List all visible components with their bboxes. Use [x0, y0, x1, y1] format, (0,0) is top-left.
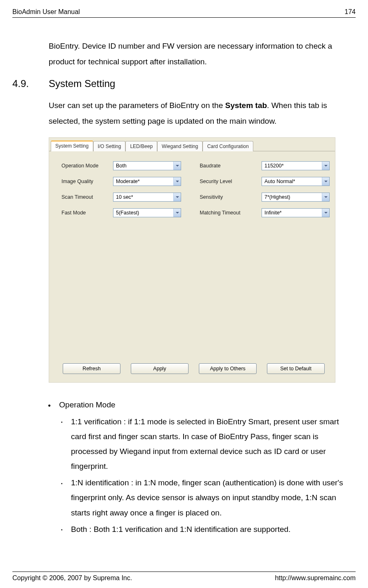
tab-body: Operation Mode Both Baudrate 115200* Ima…	[49, 151, 335, 382]
chevron-down-icon	[176, 196, 179, 198]
combo-sensitivity[interactable]: 7*(Highest)	[262, 193, 330, 202]
combo-value: 115200*	[264, 163, 284, 169]
label-matching-timeout: Matching Timeout	[200, 210, 262, 216]
bullet-1toN: 1:N identification : in 1:N mode, finger…	[71, 475, 356, 520]
form-grid: Operation Mode Both Baudrate 115200* Ima…	[61, 161, 326, 217]
label-fast-mode: Fast Mode	[61, 210, 113, 216]
combo-value: 10 sec*	[116, 194, 133, 200]
combo-value: 7*(Highest)	[264, 194, 290, 200]
bullet-both: Both : Both 1:1 verification and 1:N ide…	[71, 522, 356, 537]
chevron-down-icon	[324, 196, 328, 198]
bullet-1to1: 1:1 verification : if 1:1 mode is select…	[71, 414, 356, 474]
section-para-bold: System tab	[225, 101, 267, 110]
label-scan-timeout: Scan Timeout	[61, 194, 113, 200]
label-security-level: Security Level	[200, 179, 262, 184]
tab-card-configuration[interactable]: Card Configuration	[203, 141, 253, 151]
combo-security-level[interactable]: Auto Normal*	[262, 177, 330, 186]
tab-led-beep[interactable]: LED/Beep	[125, 141, 157, 151]
apply-to-others-button[interactable]: Apply to Others	[199, 363, 257, 374]
chevron-down-icon	[324, 165, 328, 167]
tab-strip: System Setting I/O Setting LED/Beep Wieg…	[49, 138, 335, 151]
tab-wiegand-setting[interactable]: Wiegand Setting	[157, 141, 203, 151]
dropdown-button[interactable]	[173, 209, 181, 217]
dropdown-button[interactable]	[173, 177, 181, 186]
combo-value: Infinite*	[264, 210, 282, 216]
section-para-text: User can set up the parameters of BioEnt…	[49, 101, 225, 110]
chevron-down-icon	[176, 212, 179, 214]
combo-value: Moderate*	[116, 179, 140, 184]
header-divider	[12, 17, 356, 18]
combo-matching-timeout[interactable]: Infinite*	[262, 208, 330, 217]
dropdown-button[interactable]	[322, 162, 329, 170]
bullet-l1-text: Operation Mode	[59, 400, 115, 409]
footer-divider	[12, 572, 356, 572]
chevron-down-icon	[324, 181, 328, 182]
intro-paragraph: BioEntry. Device ID number and FW versio…	[49, 38, 356, 70]
bullet-list-level1: Operation Mode 1:1 verification : if 1:1…	[49, 397, 356, 537]
apply-button[interactable]: Apply	[131, 363, 189, 374]
section-paragraph: User can set up the parameters of BioEnt…	[49, 98, 356, 129]
system-setting-screenshot: System Setting I/O Setting LED/Beep Wieg…	[49, 137, 335, 383]
button-row: Refresh Apply Apply to Others Set to Def…	[61, 363, 326, 374]
label-image-quality: Image Quality	[61, 179, 113, 184]
chevron-down-icon	[176, 165, 179, 167]
combo-baudrate[interactable]: 115200*	[262, 161, 330, 170]
label-baudrate: Baudrate	[200, 163, 262, 169]
dropdown-button[interactable]	[173, 193, 181, 201]
combo-fast-mode[interactable]: 5(Fastest)	[113, 208, 181, 217]
dropdown-button[interactable]	[322, 193, 329, 201]
refresh-button[interactable]: Refresh	[63, 363, 120, 374]
header-title: BioAdmin User Manual	[12, 8, 80, 16]
combo-scan-timeout[interactable]: 10 sec*	[113, 193, 181, 202]
label-sensitivity: Sensitivity	[200, 194, 262, 200]
section-title: System Setting	[49, 78, 115, 89]
page-number: 174	[344, 8, 356, 16]
footer-url: http://www.supremainc.com	[275, 574, 356, 582]
dropdown-button[interactable]	[173, 162, 181, 170]
tab-io-setting[interactable]: I/O Setting	[93, 141, 126, 151]
bullet-list-level2: 1:1 verification : if 1:1 mode is select…	[57, 414, 356, 537]
combo-value: Both	[116, 163, 127, 169]
chevron-down-icon	[324, 212, 328, 214]
combo-operation-mode[interactable]: Both	[113, 161, 181, 170]
set-to-default-button[interactable]: Set to Default	[267, 363, 325, 374]
combo-value: 5(Fastest)	[116, 210, 139, 216]
combo-value: Auto Normal*	[264, 179, 295, 184]
footer-copyright: Copyright © 2006, 2007 by Suprema Inc.	[12, 574, 132, 582]
tab-system-setting[interactable]: System Setting	[51, 141, 93, 151]
chevron-down-icon	[176, 181, 179, 182]
dropdown-button[interactable]	[322, 209, 329, 217]
bullet-operation-mode: Operation Mode 1:1 verification : if 1:1…	[57, 397, 356, 537]
label-operation-mode: Operation Mode	[61, 163, 113, 169]
combo-image-quality[interactable]: Moderate*	[113, 177, 181, 186]
dropdown-button[interactable]	[322, 177, 329, 186]
section-number: 4.9.	[12, 78, 49, 89]
